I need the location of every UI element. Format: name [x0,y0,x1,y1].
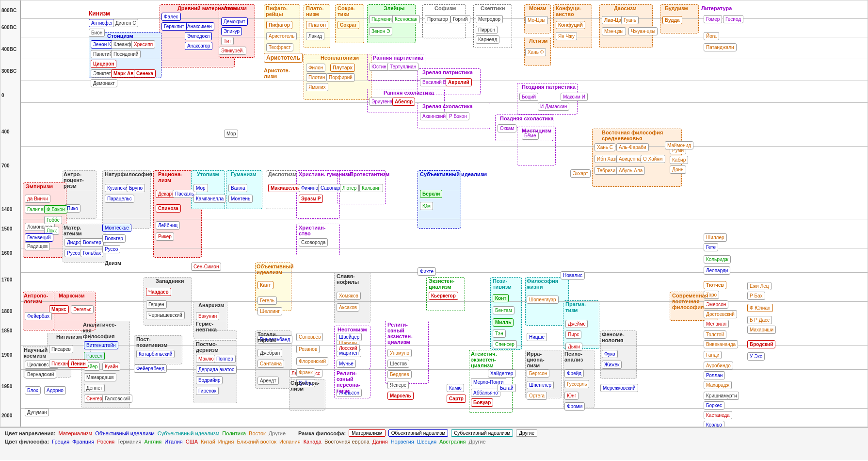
box-al-farabi[interactable]: Аль-Фараби [616,143,649,151]
box-kyerkegore[interactable]: Кьеркегор [429,292,458,300]
box-popper[interactable]: Поппер [214,355,236,363]
box-spinoza[interactable]: Спиноза [156,204,181,213]
legend-usa[interactable]: США [186,439,198,445]
box-ежи-лец[interactable]: Ежи Лец [747,282,772,290]
legend-italy[interactable]: Италия [164,439,182,445]
box-yamvlih[interactable]: Ямвлих [306,83,328,91]
box-pirron[interactable]: Пиррон [476,26,498,34]
box-men-cy[interactable]: Мэн-цзы [602,27,626,35]
box-mune[interactable]: Мунье [337,360,356,368]
box-u-eko[interactable]: У Эко [747,352,765,361]
box-ksenofan[interactable]: Ксенофан [392,15,420,23]
box-makiavelli[interactable]: Макиавелли [268,184,303,192]
box-Lenin[interactable]: Ленин [68,360,88,368]
box-gete[interactable]: Гете [704,243,718,251]
box-gelveciy[interactable]: Гельвеций [25,233,53,242]
legend-item-obj-ideal[interactable]: Объективный идеализм [95,430,155,436]
box-gandi[interactable]: Ганди [704,351,722,359]
legend-russia[interactable]: Россия [97,439,114,445]
box-shelling[interactable]: Шеллинг [257,307,282,315]
box-shestov[interactable]: Шестов [387,360,409,368]
box-gomer[interactable]: Гомер [704,15,722,23]
box-bion[interactable]: Бион [89,29,105,37]
box-tyutchev[interactable]: Тютчев [704,281,726,289]
legend-norvegia[interactable]: Норвегия [391,439,414,445]
box-krishnamurti[interactable]: Кришнамурти [704,392,739,400]
box-singer[interactable]: Сингер [84,395,105,403]
legend-item-drugie-dir[interactable]: Другие [269,430,286,436]
box-koelyo[interactable]: Коэльо [704,421,724,427]
box-r-bekon[interactable]: Р Бэкон [447,112,469,120]
box-vernadskiy[interactable]: Вернадский [25,370,56,379]
box-mop[interactable]: Мop [224,130,238,138]
box-kastaneda[interactable]: Кастанеда [704,411,732,419]
legend-dania[interactable]: Дания [372,439,388,445]
box-unamuno[interactable]: Унамуно [387,349,412,357]
box-eriugena[interactable]: Эриугена [369,98,395,106]
box-bociy[interactable]: Боций [519,93,538,101]
box-gobbs[interactable]: Гоббс [44,216,62,224]
legend-item-subj-ideal[interactable]: Субъективный идеализм [158,430,220,436]
box-da-vinchi[interactable]: да Винчи [25,195,50,203]
box-mo-cy[interactable]: Мо-Цзы [525,16,548,24]
box-borхes[interactable]: Борхес [704,401,724,410]
legend-germany[interactable]: Германия [117,439,141,445]
box-monteske[interactable]: Монтескье [102,224,131,232]
box-kabir[interactable]: Кабир [670,156,688,164]
box-patandzhali[interactable]: Патанджали [704,43,737,51]
box-antisfen[interactable]: Антисфен [89,19,116,27]
box-epikur[interactable]: Эпикур [221,27,242,35]
box-filon[interactable]: Филон [306,64,325,72]
box-maksim-i[interactable]: Максим И [561,93,588,101]
box-bentam[interactable]: Бентам [493,306,514,314]
box-pisarev[interactable]: Писарев [49,345,73,353]
box-leybnits[interactable]: Лейбниц [156,221,180,230]
box-novalis[interactable]: Новалис [561,271,585,280]
box-porfiry[interactable]: Порфирий [326,73,355,82]
box-mor[interactable]: Мор [193,184,208,192]
box-ciceron[interactable]: Цицерон [91,60,116,68]
box-dostoevskiy[interactable]: Достоевский [704,310,737,318]
box-erazm-r[interactable]: Эразм Р [299,195,323,203]
box-mamardashv[interactable]: Мамардашв [84,373,116,381]
box-aksakov[interactable]: Аксаков [337,303,359,312]
box-hrisipp[interactable]: Хрисипп [131,40,155,49]
box-protagor[interactable]: Протагор [425,15,450,23]
box-f-yulian[interactable]: Ф Юлиан [747,304,773,312]
box-golbah[interactable]: Гольбах [80,249,103,257]
box-okkam[interactable]: Оккам [498,124,516,132]
box-gesiod[interactable]: Гесиод [723,15,743,23]
box-kotarbinskiy[interactable]: Котарбиньский [136,350,175,358]
box-skovoroda[interactable]: Сковорода [299,238,328,247]
box-spenser[interactable]: Спенсер [493,340,517,348]
box-santayana[interactable]: Сантаяна [257,360,284,368]
box-empedokl[interactable]: Эмпедокл [185,32,212,40]
box-arendt[interactable]: Арендт [257,377,279,385]
box-ten[interactable]: Тэн [493,329,506,338]
box-chaadaev[interactable]: Чаадаев [146,288,171,296]
box-zhizhek[interactable]: Жижек [602,361,622,369]
box-radishev[interactable]: Радищев [25,242,50,250]
box-rassel[interactable]: Рассел [84,352,105,360]
box-pirs[interactable]: Пирс [565,330,581,339]
box-abelyar[interactable]: Абеляр [392,98,415,106]
box-merezhkovskiy[interactable]: Мережковский [600,384,638,392]
box-sen-simon[interactable]: Сен-Симон [191,263,221,271]
legend-item-vostok[interactable]: Восток [249,430,266,436]
box-lossiy[interactable]: Лосский [337,344,360,352]
box-tolstoy[interactable]: Толстой [704,330,726,339]
box-yustin[interactable]: Юстин [369,63,389,71]
box-feyerbah[interactable]: Фейербах [25,312,52,320]
box-maharishi[interactable]: Махариши [747,326,776,334]
box-karneado[interactable]: Карнеад [476,35,499,44]
box-tit[interactable]: Тит [221,37,234,45]
box-vivekananda[interactable]: Вивекананда [704,340,738,348]
box-brodskiy[interactable]: Бродский [747,340,775,348]
legend-drugie-phi[interactable]: Другие [468,439,485,445]
legend-blizhvost[interactable]: Ближний восток [237,439,276,445]
box-nitsshe[interactable]: Ницше [527,333,547,341]
box-zenon-k[interactable]: Зенон К [91,40,113,49]
box-volter2[interactable]: Вольтер [102,234,126,243]
legend-australia[interactable]: Австралия [439,439,466,445]
box-ekhart[interactable]: Экхарт [570,169,591,178]
